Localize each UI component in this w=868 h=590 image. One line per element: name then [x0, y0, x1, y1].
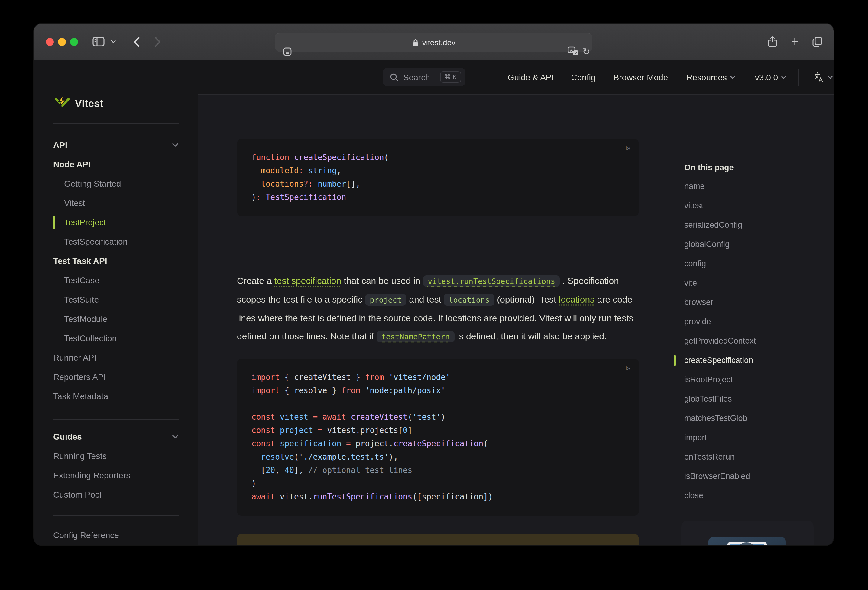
back-button[interactable] [131, 24, 143, 60]
chevron-down-icon[interactable] [172, 427, 179, 446]
new-tab-button[interactable]: + [788, 24, 802, 60]
nav-dropdown-resources[interactable]: Resources [686, 60, 735, 94]
search-input[interactable]: Search ⌘ K [382, 68, 465, 86]
share-icon[interactable] [766, 24, 779, 60]
search-shortcut-badge: ⌘ K [440, 71, 461, 83]
sidebar-item-config-reference[interactable]: Config Reference [53, 525, 119, 545]
toc-item[interactable]: name [684, 177, 827, 196]
chevron-down-icon[interactable] [172, 135, 179, 154]
minimize-window-button[interactable] [58, 38, 66, 46]
chevron-down-icon [828, 75, 833, 79]
nav-link-config[interactable]: Config [571, 60, 596, 94]
sidebar-item-task-metadata[interactable]: Task Metadata [53, 387, 108, 406]
translate-icon: xA [813, 72, 824, 82]
sidebar-section-api[interactable]: API [53, 135, 67, 154]
sidebar-group-node-api[interactable]: Node API [53, 154, 90, 174]
chevron-down-icon [730, 75, 735, 79]
url-display: vitest.dev [275, 33, 592, 52]
code-line: await vitest.runTestSpecifications([spec… [251, 490, 624, 504]
sidebar-item-testcase[interactable]: TestCase [64, 271, 99, 290]
toc-item[interactable]: onTestsRerun [684, 447, 827, 467]
toc-item[interactable]: provide [684, 312, 827, 331]
code-line: moduleId: string, [251, 164, 624, 178]
address-bar[interactable]: vitest.dev Ax ↻ [275, 32, 592, 52]
sidebar-section-guides[interactable]: Guides [53, 427, 82, 446]
toc-item[interactable]: browser [684, 293, 827, 312]
top-navbar: Search ⌘ K Guide & API Config Browser Mo… [198, 60, 834, 95]
forward-button[interactable] [152, 24, 164, 60]
sponsor-card[interactable]: </> [681, 521, 813, 545]
language-menu[interactable]: xA [813, 60, 833, 94]
indent-guide [54, 273, 55, 346]
code-line: const vitest = await createVitest('test'… [251, 410, 624, 424]
warning-title: WARNING [251, 543, 624, 545]
toc-list: namevitestserializedConfigglobalConfigco… [675, 177, 827, 505]
screenshot-stage: vitest.dev Ax ↻ + [0, 0, 868, 590]
toc-item[interactable]: globalConfig [684, 235, 827, 254]
toc-item[interactable]: createSpecification [684, 351, 827, 370]
code-line: import { createVitest } from 'vitest/nod… [251, 371, 624, 384]
on-this-page-panel: On this page namevitestserializedConfigg… [675, 159, 827, 505]
sidebar-item-testspecification[interactable]: TestSpecification [64, 232, 127, 251]
toc-item[interactable]: getProvidedContext [684, 331, 827, 351]
sidebar-item-test-api-reference[interactable]: Test API Reference [53, 545, 126, 545]
inline-link[interactable]: test specification [274, 275, 341, 285]
fullscreen-window-button[interactable] [70, 38, 78, 46]
sidebar-item-vitest[interactable]: Vitest [64, 193, 85, 213]
sidebar-item-testmodule[interactable]: TestModule [64, 309, 107, 328]
code-language-badge: ts [625, 364, 630, 371]
text-run: (optional). Test [495, 294, 559, 305]
toc-item[interactable]: import [684, 428, 827, 447]
browser-titlebar: vitest.dev Ax ↻ + [34, 24, 834, 60]
text-run: that can be used in [341, 275, 423, 285]
sidebar-item-running-tests[interactable]: Running Tests [53, 446, 107, 466]
code-content: function createSpecification( moduleId: … [251, 151, 624, 204]
toc-item[interactable]: isBrowserEnabled [684, 467, 827, 486]
nav-link-browser-mode[interactable]: Browser Mode [614, 60, 668, 94]
code-line: ) [251, 477, 624, 490]
toc-item[interactable]: config [684, 254, 827, 274]
text-run: Create a [237, 275, 274, 285]
sidebar-item-getting-started[interactable]: Getting Started [64, 174, 121, 193]
sidebar-group-test-task-api[interactable]: Test Task API [53, 251, 107, 271]
toc-item[interactable]: close [684, 486, 827, 505]
code-line: resolve('./example.test.ts'), [251, 450, 624, 464]
sidebar-item-reporters-api[interactable]: Reporters API [53, 367, 106, 387]
sidebar-item-testproject[interactable]: TestProject [64, 213, 106, 232]
sidebar-item-runner-api[interactable]: Runner API [53, 348, 96, 367]
sidebar-toggle-icon[interactable] [90, 24, 107, 60]
inline-code: project [365, 294, 406, 306]
sidebar-item-testcollection[interactable]: TestCollection [64, 328, 117, 348]
code-line: locations?: number[], [251, 178, 624, 191]
sidebar-divider [53, 515, 179, 516]
sidebar-menu-chevron-icon[interactable] [109, 24, 117, 60]
close-window-button[interactable] [46, 38, 54, 46]
toc-item[interactable]: vite [684, 274, 827, 293]
sidebar-item-testsuite[interactable]: TestSuite [64, 290, 99, 309]
sidebar-item-custom-pool[interactable]: Custom Pool [53, 485, 102, 504]
code-line: function createSpecification( [251, 151, 624, 164]
toc-item[interactable]: serializedConfig [684, 216, 827, 235]
tab-overview-icon[interactable] [810, 24, 824, 60]
lock-icon [412, 38, 419, 47]
nav-link-guide-api[interactable]: Guide & API [508, 60, 554, 94]
code-line: const project = vitest.projects[0] [251, 424, 624, 437]
svg-text:A: A [819, 75, 823, 82]
inline-code-link[interactable]: testNamePattern [376, 331, 455, 343]
sponsor-image[interactable]: </> [709, 537, 786, 545]
vitest-logo-icon[interactable] [55, 95, 70, 110]
toc-item[interactable]: vitest [684, 196, 827, 216]
indent-guide [54, 177, 55, 249]
web-page: Vitest API Node API Getting Started Vite… [34, 60, 834, 545]
toc-item[interactable]: globTestFiles [684, 390, 827, 409]
sidebar-item-extending-reporters[interactable]: Extending Reporters [53, 466, 130, 485]
sidebar-divider [53, 419, 179, 420]
nav-dropdown-version[interactable]: v3.0.0 [755, 60, 787, 94]
site-title[interactable]: Vitest [75, 96, 103, 112]
toc-title: On this page [675, 159, 827, 177]
toc-item[interactable]: isRootProject [684, 370, 827, 390]
inline-link[interactable]: locations [559, 294, 595, 305]
text-run: is defined, then it will also be applied… [455, 331, 607, 341]
inline-code-link[interactable]: vitest.runTestSpecifications [423, 275, 560, 287]
toc-item[interactable]: matchesTestGlob [684, 409, 827, 428]
